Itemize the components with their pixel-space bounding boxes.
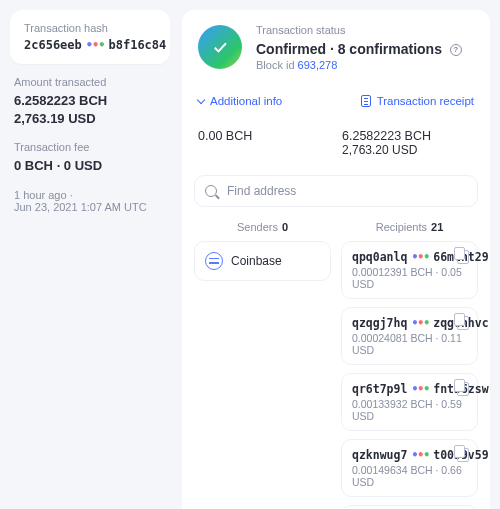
recipient-address: qpq0anlq•••66mtht29	[352, 250, 467, 264]
recipient-item[interactable]: qzknwug7•••t0059v590.00149634 BCH · 0.66…	[341, 439, 478, 497]
fee-value: 0 BCH · 0 USD	[14, 157, 166, 175]
search-input[interactable]	[225, 183, 467, 199]
status-value: Confirmed · 8 confirmations ?	[256, 40, 462, 59]
recipient-address: qzknwug7•••t0059v59	[352, 448, 467, 462]
sender-coinbase[interactable]: Coinbase	[194, 241, 331, 281]
help-icon[interactable]: ?	[450, 44, 462, 56]
total-out-usd: 2,763.20 USD	[342, 143, 474, 157]
total-in-bch: 0.00 BCH	[198, 129, 330, 143]
address-search[interactable]	[194, 175, 478, 207]
recipient-amount: 0.00012391 BCH · 0.05 USD	[352, 266, 467, 290]
tx-hash[interactable]: 2c656eeb ••• b8f16c84	[24, 38, 156, 52]
receipt-icon	[361, 95, 371, 107]
recipient-item[interactable]: qr6t7p9l•••fnt36zsw0.00133932 BCH · 0.59…	[341, 373, 478, 431]
status-label: Transaction status	[256, 24, 462, 36]
tx-detail-card: Transaction status Confirmed · 8 confirm…	[182, 10, 490, 509]
chevron-down-icon	[197, 96, 205, 104]
recipients-column: Recipients21 qpq0anlq•••66mtht290.000123…	[341, 217, 478, 509]
ellipsis-icon: •••	[411, 250, 429, 264]
io-totals: 0.00 BCH 6.2582223 BCH 2,763.20 USD	[182, 111, 490, 171]
tx-meta: Amount transacted 6.2582223 BCH 2,763.19…	[10, 64, 170, 213]
coinbase-icon	[205, 252, 223, 270]
recipients-header: Recipients21	[341, 217, 478, 241]
block-id: Block id 693,278	[256, 59, 462, 71]
ellipsis-icon: •••	[411, 382, 429, 396]
additional-info-toggle[interactable]: Additional info	[198, 95, 282, 107]
recipient-amount: 0.00133932 BCH · 0.59 USD	[352, 398, 467, 422]
amount-bch: 6.2582223 BCH	[14, 92, 166, 110]
amount-usd: 2,763.19 USD	[14, 110, 166, 128]
ellipsis-icon: •••	[411, 316, 429, 330]
status-check-icon	[198, 25, 242, 69]
recipient-amount: 0.00024081 BCH · 0.11 USD	[352, 332, 467, 356]
copy-icon[interactable]	[457, 448, 469, 462]
search-icon	[205, 185, 217, 197]
amount-label: Amount transacted	[14, 76, 166, 88]
senders-column: Senders0 Coinbase	[194, 217, 331, 509]
recipient-amount: 0.00149634 BCH · 0.66 USD	[352, 464, 467, 488]
ellipsis-icon: •••	[86, 38, 105, 52]
recipient-address: qr6t7p9l•••fnt36zsw	[352, 382, 467, 396]
recipient-item[interactable]: qpdcp5uw•••aa7umhec0.00226724 BCH · 1.00…	[341, 505, 478, 509]
recipient-item[interactable]: qpq0anlq•••66mtht290.00012391 BCH · 0.05…	[341, 241, 478, 299]
tx-hash-card: Transaction hash 2c656eeb ••• b8f16c84	[10, 10, 170, 64]
block-link[interactable]: 693,278	[298, 59, 338, 71]
copy-icon[interactable]	[457, 316, 469, 330]
total-out-bch: 6.2582223 BCH	[342, 129, 474, 143]
status-row: Transaction status Confirmed · 8 confirm…	[182, 10, 490, 85]
ellipsis-icon: •••	[411, 448, 429, 462]
copy-icon[interactable]	[457, 250, 469, 264]
tx-age: 1 hour ago ·	[14, 189, 166, 201]
copy-icon[interactable]	[457, 382, 469, 396]
fee-label: Transaction fee	[14, 141, 166, 153]
recipient-item[interactable]: qzqgj7hq•••zqg6hhvc0.00024081 BCH · 0.11…	[341, 307, 478, 365]
tx-timestamp: Jun 23, 2021 1:07 AM UTC	[14, 201, 166, 213]
transaction-receipt-button[interactable]: Transaction receipt	[361, 95, 474, 107]
senders-header: Senders0	[194, 217, 331, 241]
tx-hash-label: Transaction hash	[24, 22, 156, 34]
recipient-address: qzqgj7hq•••zqg6hhvc	[352, 316, 467, 330]
